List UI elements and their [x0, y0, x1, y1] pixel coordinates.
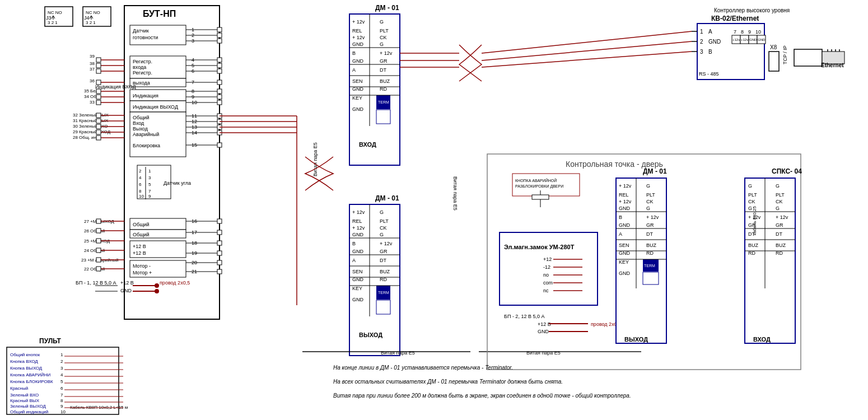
svg-text:БП - 1, 12 В 5,0 А: БП - 1, 12 В 5,0 А: [76, 280, 116, 286]
svg-text:БУТ-НП: БУТ-НП: [143, 9, 176, 18]
svg-text:Общий: Общий: [133, 115, 150, 120]
svg-text:RS - 485: RS - 485: [699, 71, 719, 77]
svg-rect-77: [96, 63, 101, 68]
svg-text:SEN: SEN: [352, 78, 363, 84]
svg-text:G: G: [380, 41, 384, 47]
svg-text:B: B: [352, 241, 356, 246]
svg-text:10: 10: [139, 194, 144, 199]
svg-text:Аварийный: Аварийный: [133, 132, 159, 137]
svg-text:+12v: +12v: [741, 38, 748, 41]
svg-text:Витая пара  Е5: Витая пара Е5: [381, 350, 415, 356]
svg-point-186: [155, 283, 159, 288]
svg-rect-148: [96, 248, 101, 253]
svg-rect-38: [217, 89, 222, 94]
svg-text:3: 3: [148, 175, 151, 180]
svg-rect-44: [217, 100, 222, 105]
svg-text:BUZ: BUZ: [776, 242, 786, 248]
svg-text:BUZ: BUZ: [380, 78, 390, 84]
svg-text:+12v: +12v: [732, 38, 740, 41]
svg-text:GND: GND: [619, 222, 631, 228]
svg-text:nc: nc: [543, 288, 549, 293]
svg-rect-15: [217, 39, 222, 43]
svg-text:DT: DT: [380, 258, 386, 263]
svg-rect-27: [217, 63, 222, 68]
svg-text:Общий индикаций: Общий индикаций: [10, 409, 48, 414]
svg-text:кабель 8х0,25: кабель 8х0,25: [752, 206, 757, 235]
svg-rect-12: [217, 33, 222, 38]
svg-text:G: G: [748, 183, 752, 189]
svg-text:+ 12v: + 12v: [619, 183, 632, 189]
svg-text:Витая пара  Е5: Витая пара Е5: [452, 176, 458, 211]
svg-text:+ 12v: + 12v: [776, 214, 788, 220]
svg-text:КВ-02/Ethernet: КВ-02/Ethernet: [711, 15, 759, 22]
svg-rect-401: [769, 52, 779, 71]
svg-text:G: G: [646, 206, 650, 211]
svg-rect-124: [217, 219, 222, 223]
svg-text:Мотор +: Мотор +: [133, 270, 152, 276]
svg-rect-142: [217, 251, 222, 255]
svg-text:G: G: [380, 209, 384, 215]
svg-text:ВХОД: ВХОД: [753, 336, 771, 343]
svg-text:Выход: Выход: [133, 126, 148, 132]
svg-rect-104: [217, 143, 222, 147]
svg-text:9: 9: [60, 404, 63, 409]
svg-text:G: G: [380, 19, 384, 25]
svg-rect-71: [96, 136, 101, 140]
svg-rect-276: [376, 300, 390, 314]
svg-text:3 2 1: 3 2 1: [86, 20, 96, 25]
svg-rect-68: [96, 130, 101, 134]
svg-text:6: 6: [139, 182, 142, 187]
svg-text:1: 1: [700, 29, 703, 35]
svg-text:G: G: [748, 206, 752, 211]
svg-text:G: G: [380, 232, 384, 237]
svg-text:Эл.магн.замок УМ-280Т: Эл.магн.замок УМ-280Т: [504, 244, 575, 250]
svg-text:GR: GR: [646, 222, 654, 228]
svg-rect-59: [96, 113, 101, 118]
svg-text:8: 8: [139, 189, 142, 194]
svg-text:KEY: KEY: [352, 286, 362, 291]
svg-rect-295: [532, 195, 549, 199]
svg-text:РАЗБЛОКИРОВКИ ДВЕРИ: РАЗБЛОКИРОВКИ ДВЕРИ: [515, 184, 563, 189]
svg-text:10: 10: [60, 409, 66, 414]
svg-point-187: [155, 289, 159, 293]
svg-text:TERM: TERM: [644, 264, 655, 268]
svg-rect-244: [376, 110, 390, 124]
svg-text:Вход: Вход: [133, 120, 144, 126]
svg-text:X8: X8: [770, 44, 777, 50]
svg-text:no: no: [543, 272, 549, 278]
svg-rect-130: [96, 219, 101, 223]
svg-text:9: 9: [148, 194, 151, 199]
svg-text:Зеленый ВХО: Зеленый ВХО: [10, 393, 39, 398]
svg-text:7: 7: [148, 189, 151, 194]
svg-text:REL: REL: [619, 192, 629, 198]
svg-text:GND: GND: [352, 106, 364, 112]
svg-text:Датчик: Датчик: [133, 28, 149, 34]
svg-text:+12 В: +12 В: [120, 280, 134, 286]
svg-text:+ 12v: + 12v: [352, 35, 365, 40]
svg-text:CK: CK: [748, 199, 755, 204]
svg-text:+12 В: +12 В: [133, 244, 146, 249]
svg-text:Регистр.: Регистр.: [133, 70, 152, 76]
svg-text:БП - 2, 12 В 5,0 А: БП - 2, 12 В 5,0 А: [504, 314, 544, 319]
svg-text:входа: входа: [133, 64, 146, 70]
svg-rect-127: [217, 230, 222, 235]
svg-text:ВХОД: ВХОД: [359, 141, 376, 148]
svg-text:СПКС- 04: СПКС- 04: [772, 167, 802, 175]
svg-text:GND: GND: [120, 288, 132, 293]
svg-text:На всех остальных считывателях: На всех остальных считывателях ДМ - 01 п…: [333, 379, 563, 385]
svg-text:ДМ - 01: ДМ - 01: [375, 194, 399, 202]
svg-rect-55: [96, 100, 101, 105]
svg-text:NC   NO: NC NO: [48, 10, 62, 15]
svg-text:CK: CK: [646, 199, 654, 204]
svg-text:3 2 1: 3 2 1: [48, 20, 58, 25]
svg-text:G: G: [646, 183, 650, 189]
svg-text:A: A: [619, 231, 622, 237]
svg-rect-154: [217, 260, 222, 265]
svg-text:GND: GND: [758, 38, 766, 41]
svg-text:Контроллер высокого уровня: Контроллер высокого уровня: [714, 7, 790, 13]
svg-text:8: 8: [741, 29, 744, 35]
svg-text:6: 6: [60, 386, 63, 391]
svg-text:+ 12v: + 12v: [352, 209, 365, 215]
svg-rect-74: [96, 58, 101, 62]
svg-text:5: 5: [148, 182, 151, 187]
